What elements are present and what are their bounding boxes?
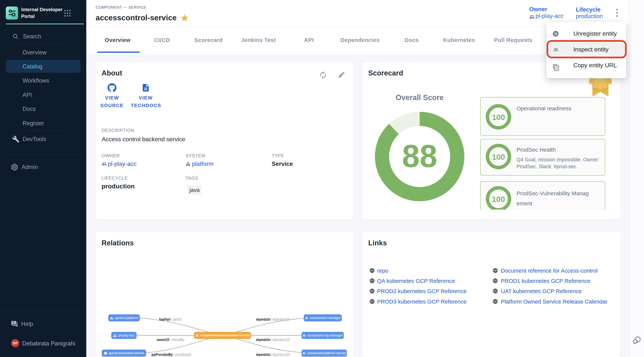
svg-text:?: ? xyxy=(12,321,14,324)
